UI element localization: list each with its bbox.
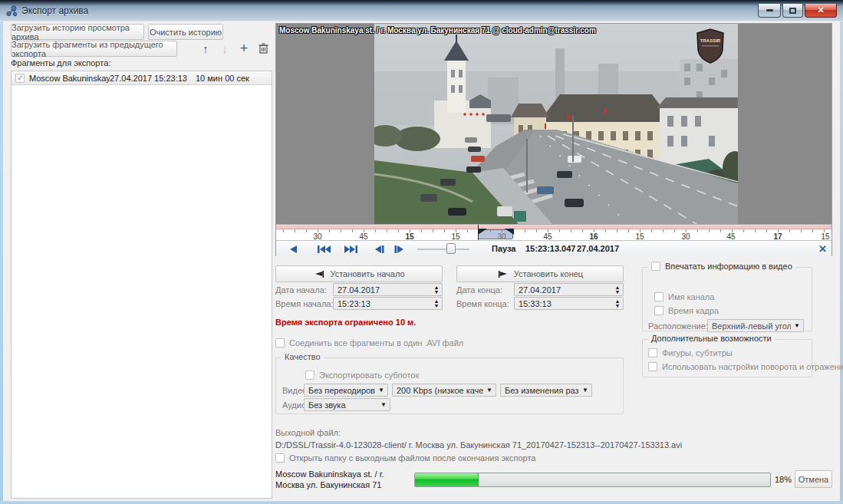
start-time-label: Время начала:	[275, 299, 334, 308]
spinner-icons[interactable]: ▲▼	[431, 299, 442, 308]
load-history-button[interactable]: Загрузить историю просмотра архива	[11, 24, 144, 40]
end-date-field[interactable]: 27.04.2017 ▲▼	[514, 283, 624, 296]
skip-to-start-button[interactable]	[313, 242, 334, 256]
speed-slider-handle[interactable]	[446, 243, 456, 254]
imprint-checkbox[interactable]	[651, 262, 660, 271]
video-canvas[interactable]: Moscow Bakuninskaya st. / г. Москва ул. …	[276, 24, 831, 224]
speed-slider-track[interactable]	[417, 249, 469, 250]
channel-name-checkbox[interactable]	[654, 292, 664, 301]
load-fragments-button[interactable]: Загрузить фрагменты из предыдущего экспо…	[11, 41, 177, 57]
output-file-path: D:/DSSL/Trassir-4.0-123028-client/ г. Мо…	[275, 440, 682, 450]
playback-controls: Пауза 15:23:13.047 27.04.2017 ✕	[276, 240, 831, 256]
trassir-logo-badge: TRASSIR	[695, 28, 726, 64]
fragment-row[interactable]: Moscow Bakuninskaya st.... 27.04.2017 15…	[12, 71, 272, 85]
trash-icon	[258, 43, 268, 54]
imprint-group-header[interactable]: Впечатать информацию в видео	[648, 262, 795, 271]
window-border-bottom	[0, 501, 843, 504]
close-button[interactable]: ✕	[805, 4, 837, 18]
titlebar[interactable]: Экспорт архива ✕	[0, 0, 843, 21]
skip-start-icon	[317, 245, 331, 254]
fragments-list[interactable]: Moscow Bakuninskaya st.... 27.04.2017 15…	[11, 71, 272, 499]
close-icon: ✕	[817, 5, 824, 15]
move-down-button[interactable]: ↓	[217, 41, 232, 56]
add-fragment-button[interactable]: +	[236, 41, 252, 56]
move-up-button[interactable]: ↑	[198, 41, 213, 56]
arrow-down-icon: ↓	[222, 42, 228, 55]
channel-overlay-text: Moscow Bakuninskaya st. / г. Москва ул. …	[279, 26, 596, 35]
skip-to-end-button[interactable]	[341, 242, 362, 256]
start-time-field[interactable]: 15:23:13 ▲▼	[333, 297, 443, 310]
play-backward-button[interactable]	[282, 242, 304, 256]
end-time-label: Время конца:	[456, 299, 509, 308]
substream-option[interactable]: Экспортировать субпоток	[305, 371, 419, 380]
dropdown-arrow-icon: ▼	[579, 387, 591, 394]
dropdown-arrow-icon: ▼	[375, 387, 387, 394]
fragment-checkbox[interactable]	[15, 74, 25, 83]
video-frame	[374, 24, 738, 224]
frame-time-option[interactable]: Время кадра	[654, 306, 719, 315]
extra-group: Дополнительные возможности	[642, 339, 812, 377]
flag-start-icon	[313, 270, 325, 278]
video-bitrate-dropdown[interactable]: 200 Kbps (низкое качество) ▼	[392, 384, 496, 397]
set-start-button[interactable]: Установить начало	[275, 265, 443, 282]
dropdown-arrow-icon: ▼	[483, 387, 496, 394]
step-forward-button[interactable]	[388, 242, 410, 256]
spinner-icons[interactable]: ▲▼	[612, 285, 623, 295]
minimize-button[interactable]	[758, 4, 781, 18]
video-scene	[374, 24, 738, 224]
step-backward-icon	[374, 245, 384, 254]
range-start-flag[interactable]	[478, 229, 487, 235]
start-date-label: Дата начала:	[275, 285, 327, 295]
arrow-up-icon: ↑	[203, 42, 209, 55]
skip-end-icon	[344, 245, 358, 254]
maximize-button[interactable]	[782, 4, 803, 18]
cancel-export-button[interactable]: Отмена	[795, 470, 832, 488]
fragment-datetime: 27.04.2017 15:23:13	[110, 74, 196, 83]
minimize-icon	[766, 9, 773, 12]
video-codec-dropdown[interactable]: Без перекодирования ▼	[304, 384, 388, 397]
fragment-duration: 10 мин 00 сек	[196, 74, 249, 83]
archive-timeline[interactable]: 30 45 15 15 30 45 16 15 30 45 17 15	[276, 224, 831, 240]
position-label: Расположение:	[648, 321, 708, 331]
plus-icon: +	[240, 41, 249, 57]
open-folder-checkbox[interactable]	[275, 453, 285, 463]
delete-fragment-button[interactable]	[255, 41, 271, 56]
window-border-left	[0, 21, 3, 501]
rotation-option[interactable]: Использовать настройки поворота и отраже…	[648, 362, 843, 371]
figures-checkbox[interactable]	[648, 348, 657, 357]
play-backward-icon	[288, 245, 298, 254]
dropdown-arrow-icon: ▼	[791, 322, 803, 329]
position-dropdown[interactable]: Верхний-левый угол ▼	[707, 319, 804, 332]
export-archive-window: Экспорт архива ✕ Загрузить историю просм…	[0, 0, 843, 504]
merge-avi-checkbox[interactable]	[275, 338, 285, 348]
rotation-checkbox[interactable]	[648, 362, 657, 371]
output-file-label: Выходной файл:	[275, 428, 341, 437]
set-end-button[interactable]: Установить конец	[456, 265, 624, 282]
app-icon	[6, 5, 18, 17]
video-size-dropdown[interactable]: Без изменения размера ▼	[500, 384, 592, 397]
audio-dropdown[interactable]: Без звука ▼	[304, 398, 390, 411]
timeline-ticks: 30 45 15 15 30 45 16 15 30 45 17 15	[276, 229, 831, 241]
step-backward-button[interactable]	[368, 242, 390, 256]
playback-close-button[interactable]: ✕	[818, 243, 827, 255]
start-date-field[interactable]: 27.04.2017 ▲▼	[333, 283, 443, 296]
window-border-right	[840, 21, 843, 501]
spinner-icons[interactable]: ▲▼	[431, 285, 442, 295]
spinner-icons[interactable]: ▲▼	[612, 299, 623, 308]
quality-group-title: Качество	[282, 352, 324, 361]
merge-avi-option[interactable]: Соединить все фрагменты в один .AVI файл	[275, 338, 463, 348]
channel-name-option[interactable]: Имя канала	[654, 292, 714, 301]
substream-checkbox[interactable]	[305, 371, 314, 380]
playback-time: 15:23:13.047	[525, 244, 575, 253]
svg-text:TRASSIR: TRASSIR	[700, 38, 721, 43]
range-end-flag[interactable]	[505, 229, 514, 235]
end-time-field[interactable]: 15:33:13 ▲▼	[514, 297, 624, 310]
extra-group-title: Дополнительные возможности	[648, 334, 775, 343]
clear-history-button[interactable]: Очистить историю	[148, 24, 223, 40]
export-progress-bar	[414, 473, 771, 487]
figures-option[interactable]: Фигуры, субтитры	[648, 348, 733, 357]
frame-time-checkbox[interactable]	[654, 306, 664, 315]
open-folder-option[interactable]: Открыть папку с выходным файлом после ок…	[275, 453, 535, 463]
export-channel-label: Moscow Bakuninskaya st. / г. Москва ул. …	[275, 469, 412, 490]
progress-fill	[415, 473, 479, 486]
